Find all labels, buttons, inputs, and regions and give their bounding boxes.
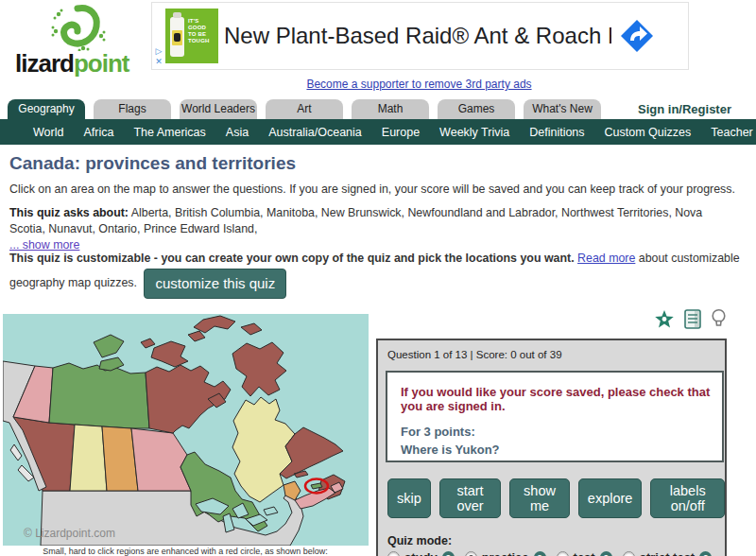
skip-button[interactable]: skip — [387, 478, 431, 518]
mode-strict-test-label: strict test — [640, 550, 696, 556]
tab-math[interactable]: Math — [352, 99, 429, 119]
nav-item-world[interactable]: World — [33, 126, 63, 139]
intro-text: Click on an area on the map to answer th… — [9, 182, 747, 196]
lightbulb-icon[interactable] — [711, 308, 727, 329]
logo-point: point — [74, 49, 129, 78]
sign-in-register-link[interactable]: Sign in/Register — [638, 99, 731, 119]
points-line: For 3 points: — [401, 424, 714, 442]
show-me-button[interactable]: show me — [509, 478, 570, 518]
ad-arrow-icon[interactable] — [620, 19, 654, 53]
ad-close-icon[interactable]: ✕ — [153, 57, 164, 67]
signin-notice: If you would like your score saved, plea… — [401, 385, 714, 413]
question-box: If you would like your score saved, plea… — [386, 371, 724, 462]
quiz-tool-icons — [652, 308, 727, 329]
radio-practice[interactable] — [465, 551, 477, 556]
ad-thumb-slogan: IT'S GOOD TO BE TOUGH — [188, 18, 210, 44]
tab-whats-new[interactable]: What's New — [524, 99, 601, 119]
ad-headline[interactable]: New Plant-Based Raid® Ant & Roach Killer — [224, 3, 611, 69]
customizable-bold: This quiz is customizable - you can crea… — [9, 252, 575, 265]
nav-item-weekly-trivia[interactable]: Weekly Trivia — [439, 126, 509, 139]
spray-can-graphic — [170, 17, 184, 57]
customize-quiz-button[interactable]: customize this quiz — [144, 269, 286, 299]
quiz-asks-about: This quiz asks about: Alberta, British C… — [9, 205, 726, 253]
nav-item-teacher-info[interactable]: Teacher Info — [711, 126, 756, 139]
explore-button[interactable]: explore — [578, 478, 643, 518]
help-icon-test[interactable]: ? — [600, 551, 612, 556]
read-more-link[interactable]: Read more — [577, 252, 635, 265]
quiz-mode-label: Quiz mode: — [387, 534, 725, 547]
quiz-buttons-row: skip start over show me explore labels o… — [387, 478, 725, 518]
mode-test-label: test — [574, 550, 595, 556]
adchoices-icon[interactable]: ▷ — [153, 46, 164, 57]
map-copyright: © Lizardpoint.com — [24, 527, 115, 540]
help-icon-study[interactable]: ? — [442, 551, 455, 556]
tab-geography[interactable]: Geography — [8, 99, 85, 119]
lizard-logo-icon[interactable] — [47, 2, 106, 51]
nav-item-definitions[interactable]: Definitions — [529, 126, 584, 139]
asks-label: This quiz asks about: — [9, 206, 129, 219]
labels-toggle-button[interactable]: labels on/off — [650, 478, 725, 518]
radio-strict-test[interactable] — [623, 551, 635, 556]
question-progress: Question 1 of 13 | Score: 0 out of 39 — [378, 340, 725, 364]
map-region-alberta[interactable] — [70, 425, 107, 491]
category-nav-bar: World Africa The Americas Asia Australia… — [0, 119, 756, 145]
nav-item-europe[interactable]: Europe — [382, 126, 420, 139]
help-icon-practice[interactable]: ? — [534, 551, 546, 556]
top-tab-bar: Geography Flags World Leaders Art Math G… — [0, 99, 756, 119]
tab-world-leaders[interactable]: World Leaders — [180, 99, 257, 119]
nav-item-australia-oceania[interactable]: Australia/Oceania — [268, 126, 362, 139]
tab-flags[interactable]: Flags — [94, 99, 171, 119]
radio-study[interactable] — [387, 551, 400, 556]
logo-lizard: lizard — [15, 49, 74, 78]
question-text: Where is Yukon? — [401, 442, 714, 460]
nav-item-africa[interactable]: Africa — [83, 126, 113, 139]
star-icon[interactable] — [654, 309, 675, 329]
start-over-button[interactable]: start over — [439, 478, 501, 518]
ad-banner[interactable]: ▷ ✕ IT'S GOOD TO BE TOUGH New Plant-Base… — [151, 2, 689, 70]
map-caption: Small, hard to click regions are enhance… — [0, 547, 370, 556]
nav-item-custom-quizzes[interactable]: Custom Quizzes — [605, 126, 692, 139]
canada-map[interactable]: © Lizardpoint.com — [3, 314, 369, 546]
quiz-panel: Question 1 of 13 | Score: 0 out of 39 If… — [376, 339, 727, 556]
nav-item-the-americas[interactable]: The Americas — [133, 126, 205, 139]
mode-study-label: study — [404, 550, 438, 556]
radio-test[interactable] — [557, 551, 569, 556]
score-sheet-icon[interactable] — [684, 309, 701, 329]
ad-product-image: IT'S GOOD TO BE TOUGH — [165, 9, 218, 63]
remove-ads-link[interactable]: Become a supporter to remove 3rd party a… — [306, 78, 531, 91]
map-region-northwest-territories[interactable] — [49, 363, 149, 428]
tab-art[interactable]: Art — [266, 99, 343, 119]
help-icon-strict-test[interactable]: ? — [699, 551, 712, 556]
mode-practice-label: practice — [482, 550, 529, 556]
nav-item-asia[interactable]: Asia — [226, 126, 249, 139]
supporter-link-row: Become a supporter to remove 3rd party a… — [151, 78, 687, 91]
quiz-mode-section: Quiz mode: study ? practice ? test ? str… — [387, 534, 725, 556]
customizable-text: This quiz is customizable - you can crea… — [9, 248, 750, 299]
logo-wordmark[interactable]: lizardpoint — [15, 49, 129, 78]
tab-games[interactable]: Games — [438, 99, 515, 119]
page-title: Canada: provinces and territories — [9, 153, 296, 174]
